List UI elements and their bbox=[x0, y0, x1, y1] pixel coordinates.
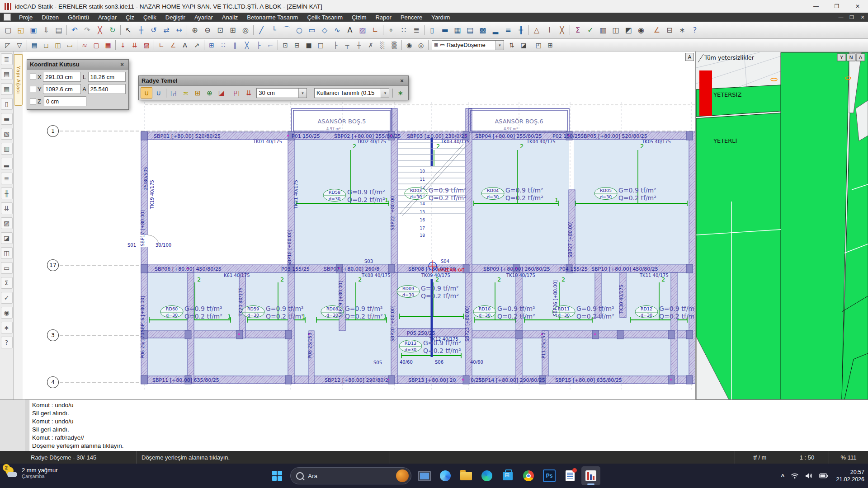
menu-pencere[interactable]: Pencere bbox=[396, 13, 427, 22]
mid-strip-icon[interactable]: ⊞ bbox=[192, 87, 203, 99]
menu-görüntü[interactable]: Görüntü bbox=[63, 13, 94, 22]
wall-icon[interactable]: ▤ bbox=[464, 24, 476, 37]
regen-icon[interactable]: ▒ bbox=[388, 40, 400, 51]
zoom-window-icon[interactable]: ⊡ bbox=[214, 24, 226, 37]
foundation-icon[interactable]: ▂ bbox=[489, 24, 502, 37]
import-icon[interactable]: ⇓ bbox=[40, 24, 52, 37]
coord-x-checkbox[interactable] bbox=[30, 74, 36, 80]
stair-icon[interactable]: ≡ bbox=[502, 24, 514, 37]
axis-strip-icon[interactable]: ⊕ bbox=[203, 87, 215, 99]
beam-icon[interactable]: ▬ bbox=[439, 24, 451, 37]
menu-değiştir[interactable]: Değiştir bbox=[161, 13, 190, 22]
menu-proje[interactable]: Proje bbox=[14, 13, 37, 22]
window-opening-icon[interactable]: ◫ bbox=[52, 40, 64, 51]
radye-temel-title[interactable]: Radye Temel × bbox=[139, 76, 408, 86]
taskbar-app-edge[interactable] bbox=[477, 466, 496, 485]
view-3d-icon[interactable]: ◫ bbox=[609, 24, 622, 37]
distribute-icon[interactable]: ┼ bbox=[353, 40, 365, 51]
ungroup-icon[interactable]: ⊟ bbox=[291, 40, 303, 51]
menu-düzen[interactable]: Düzen bbox=[37, 13, 63, 22]
mirror-icon[interactable]: ⇄ bbox=[160, 24, 173, 37]
taskbar-app-chrome[interactable] bbox=[519, 466, 538, 485]
status-zoom[interactable]: % 111 bbox=[829, 451, 868, 464]
report-icon[interactable]: ▥ bbox=[597, 24, 609, 37]
door-icon[interactable]: ◻ bbox=[40, 40, 52, 51]
polyline-icon[interactable]: └ bbox=[268, 24, 280, 37]
dim-angular-icon[interactable]: ∠ bbox=[167, 40, 179, 51]
undo-icon[interactable]: ↶ bbox=[68, 24, 81, 37]
offset-icon[interactable]: ∥ bbox=[229, 40, 241, 51]
move-icon[interactable]: ┼ bbox=[135, 24, 147, 37]
explode-icon[interactable]: ✗ bbox=[365, 40, 377, 51]
calculator-icon[interactable]: ⊟ bbox=[663, 24, 676, 37]
render-icon[interactable]: ◩ bbox=[622, 24, 635, 37]
coord-a-field[interactable]: 25.540 bbox=[88, 84, 126, 94]
align-top-icon[interactable]: ┬ bbox=[341, 40, 353, 51]
viewport-a-button[interactable]: A bbox=[685, 53, 694, 61]
section-view-icon[interactable]: ◪ bbox=[518, 40, 529, 51]
wall-mode-icon[interactable]: ▤ bbox=[28, 40, 40, 51]
tile-windows-icon[interactable]: ⊞ bbox=[544, 40, 556, 51]
menu-ayarlar[interactable]: Ayarlar bbox=[190, 13, 217, 22]
zoom-in-icon[interactable]: ⊕ bbox=[189, 24, 201, 37]
dim-linear-icon[interactable]: ∟ bbox=[156, 40, 167, 51]
truss-icon[interactable]: △ bbox=[530, 24, 543, 37]
zoom-extents-icon[interactable]: ⊞ bbox=[226, 24, 239, 37]
steel-profile-icon[interactable]: I bbox=[543, 24, 556, 37]
analysis-icon[interactable]: Σ bbox=[571, 24, 584, 37]
coord-x-field[interactable]: 291.03 cm bbox=[43, 72, 81, 82]
menu-çelik[interactable]: Çelik bbox=[139, 13, 161, 22]
coordinate-box-title[interactable]: Koordinat Kutusu × bbox=[27, 60, 128, 70]
shear-wall-icon[interactable]: ▩ bbox=[476, 24, 489, 37]
taskbar-app-file-explorer[interactable] bbox=[457, 466, 476, 485]
visibility-icon[interactable]: ◉ bbox=[403, 40, 415, 51]
trim-icon[interactable]: ╳ bbox=[241, 40, 253, 51]
filter-icon[interactable]: ▽ bbox=[14, 40, 25, 51]
maximize-button[interactable]: ❐ bbox=[826, 0, 847, 13]
new-file-icon[interactable]: ▢ bbox=[2, 24, 14, 37]
weather-widget[interactable]: 2 2 mm yağmur Çarşamba bbox=[5, 466, 57, 479]
redo-icon[interactable]: ↷ bbox=[81, 24, 94, 37]
refresh-icon[interactable]: ↻ bbox=[106, 24, 119, 37]
rotate-icon[interactable]: ↺ bbox=[147, 24, 160, 37]
circle-icon[interactable]: ○ bbox=[293, 24, 306, 37]
opening-icon[interactable]: ▭ bbox=[64, 40, 75, 51]
taskbar-app-document[interactable] bbox=[561, 466, 580, 485]
status-scale[interactable]: 1 : 50 bbox=[785, 451, 829, 464]
taskbar-app-task-view[interactable] bbox=[415, 466, 434, 485]
print-icon[interactable]: ▤ bbox=[52, 24, 65, 37]
edit-region-icon[interactable]: ◪ bbox=[216, 87, 227, 99]
unlock-icon[interactable]: □ bbox=[315, 40, 326, 51]
volume-icon[interactable] bbox=[805, 473, 813, 479]
help-icon[interactable]: ? bbox=[689, 24, 701, 37]
taskbar-app-photoshop[interactable]: Ps bbox=[540, 466, 559, 485]
menu-yardım[interactable]: Yardım bbox=[427, 13, 454, 22]
axis-icon[interactable]: ╫ bbox=[514, 24, 527, 37]
hatch-icon[interactable]: ▨ bbox=[356, 24, 369, 37]
menu-çizim[interactable]: Çizim bbox=[347, 13, 371, 22]
menu-araçlar[interactable]: Araçlar bbox=[94, 13, 121, 22]
close-button[interactable]: ✕ bbox=[847, 0, 868, 13]
coord-z-checkbox[interactable] bbox=[30, 98, 36, 104]
label-tag-icon[interactable]: A bbox=[179, 40, 191, 51]
mesh-icon[interactable]: ▦ bbox=[102, 40, 114, 51]
search-input[interactable]: Ara bbox=[290, 467, 411, 484]
coordinate-box-close-icon[interactable]: × bbox=[118, 61, 126, 68]
coord-l-field[interactable]: 18.26 cm bbox=[88, 72, 126, 82]
column-strip-icon[interactable]: ≍ bbox=[179, 87, 191, 99]
corner-point-icon[interactable]: ◰ bbox=[231, 87, 242, 99]
open-folder-icon[interactable]: ◱ bbox=[14, 24, 27, 37]
load-point-icon[interactable]: ↓ bbox=[117, 40, 129, 51]
text-icon[interactable]: A bbox=[344, 24, 356, 37]
menu-betonarme-tasarım[interactable]: Betonarme Tasarım bbox=[242, 13, 302, 22]
delete-icon[interactable]: ╳ bbox=[94, 24, 106, 37]
load-area-icon[interactable]: ▨ bbox=[141, 40, 152, 51]
menu-analiz[interactable]: Analiz bbox=[217, 13, 242, 22]
stretch-icon[interactable]: ↔ bbox=[173, 24, 185, 37]
clock[interactable]: 20:57 21.02.2026 bbox=[836, 469, 864, 483]
save-icon[interactable]: ▣ bbox=[27, 24, 40, 37]
lock-icon[interactable]: ■ bbox=[303, 40, 315, 51]
polygon-icon[interactable]: ◇ bbox=[318, 24, 331, 37]
menu-çelik-tasarım[interactable]: Çelik Tasarım bbox=[302, 13, 347, 22]
group-icon[interactable]: ⊡ bbox=[279, 40, 291, 51]
